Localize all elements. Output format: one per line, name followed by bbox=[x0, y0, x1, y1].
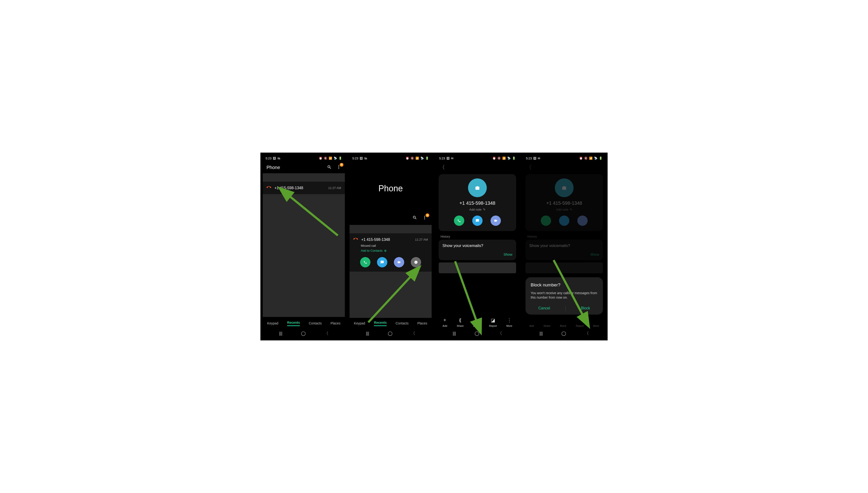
screen-4: 5:23🖼✉ ⏰🔇📶📡🔋 〈 +1 415-598-1348 Add note✎… bbox=[523, 155, 605, 338]
nav-home-icon[interactable]: ◯ bbox=[301, 331, 306, 336]
block-button[interactable]: Block bbox=[581, 306, 590, 311]
battery-icon: 🔋 bbox=[599, 156, 602, 160]
back-icon[interactable]: 〈 bbox=[440, 164, 445, 171]
voicemail-card[interactable]: Show your voicemails? Show bbox=[439, 240, 516, 260]
nav-home-icon[interactable]: ◯ bbox=[475, 331, 479, 336]
missed-call-label: Missed call bbox=[361, 244, 428, 248]
nav-back-icon[interactable]: 〈 bbox=[498, 330, 502, 336]
voicemail-show-link[interactable]: Show bbox=[442, 252, 512, 256]
pencil-icon: ✎ bbox=[483, 208, 486, 211]
nav-recents-icon[interactable]: ||| bbox=[279, 331, 282, 336]
message-button[interactable] bbox=[377, 257, 387, 267]
status-bar: 5:23🖼✉ ⏰🔇📶📡🔋 bbox=[436, 155, 519, 162]
app-title: Phone bbox=[267, 165, 280, 170]
empty-area bbox=[263, 194, 345, 317]
history-label: History bbox=[440, 235, 514, 238]
report-action: Report bbox=[576, 324, 584, 327]
nav-recents-icon[interactable]: ||| bbox=[366, 331, 369, 336]
voicemail-title: Show your voicemails? bbox=[529, 243, 599, 248]
wifi-icon: 📶 bbox=[502, 156, 506, 160]
nav-home-icon[interactable]: ◯ bbox=[562, 331, 566, 336]
call-button[interactable] bbox=[454, 215, 464, 226]
avatar-icon bbox=[555, 178, 574, 197]
search-icon[interactable] bbox=[412, 215, 417, 221]
history-item-placeholder bbox=[439, 262, 516, 273]
notif-icon: 🖼 bbox=[533, 156, 536, 160]
voicemail-show-link: Show bbox=[529, 252, 599, 256]
call-number: +1 415-598-1348 bbox=[274, 186, 325, 190]
notif-icon: ✉ bbox=[451, 156, 454, 160]
block-action[interactable]: ⊘Block bbox=[473, 317, 480, 327]
nav-home-icon[interactable]: ◯ bbox=[388, 331, 392, 336]
clock: 5:23 bbox=[266, 156, 271, 160]
more-action: More bbox=[593, 324, 599, 327]
notif-icon: 🖼 bbox=[360, 156, 363, 160]
notif-icon: 🖼 bbox=[447, 156, 450, 160]
history-label: History bbox=[527, 235, 601, 238]
svg-point-4 bbox=[424, 216, 425, 217]
tab-keypad[interactable]: Keypad bbox=[267, 321, 278, 325]
search-icon[interactable] bbox=[327, 165, 332, 170]
system-nav: ||| ◯ 〈 bbox=[523, 329, 605, 338]
voicemail-card: Show your voicemails? Show bbox=[525, 240, 603, 260]
add-note-link: Add note✎ bbox=[556, 208, 572, 211]
tab-contacts[interactable]: Contacts bbox=[395, 321, 408, 325]
app-header: Phone N bbox=[263, 162, 345, 173]
missed-call-icon bbox=[353, 237, 358, 242]
video-button[interactable] bbox=[394, 257, 404, 267]
video-button[interactable] bbox=[490, 215, 501, 226]
overflow-menu-icon[interactable]: N bbox=[336, 165, 341, 170]
share-action[interactable]: ⟪Share bbox=[457, 317, 463, 327]
cancel-button[interactable]: Cancel bbox=[539, 306, 550, 311]
bottom-tabs: Keypad Recents Contacts Places bbox=[349, 318, 432, 329]
status-bar: 5:23🖼🛍 ⏰🔇📶📡🔋 bbox=[263, 155, 345, 162]
svg-point-0 bbox=[338, 165, 339, 166]
tab-recents[interactable]: Recents bbox=[374, 321, 387, 326]
nav-recents-icon[interactable]: ||| bbox=[540, 331, 543, 336]
svg-point-2 bbox=[338, 168, 339, 169]
add-note-link[interactable]: Add note✎ bbox=[469, 208, 485, 211]
message-button[interactable] bbox=[472, 215, 483, 226]
missed-call-icon bbox=[267, 185, 271, 191]
nav-back-icon[interactable]: 〈 bbox=[585, 330, 589, 336]
system-nav: ||| ◯ 〈 bbox=[349, 329, 432, 338]
call-button[interactable] bbox=[360, 257, 370, 267]
more-action[interactable]: ⋮More bbox=[506, 317, 512, 327]
new-badge: N bbox=[426, 213, 429, 217]
tab-places[interactable]: Places bbox=[417, 321, 427, 325]
call-log-row[interactable]: +1 415-598-1348 11:27 AM bbox=[263, 182, 345, 194]
nav-back-icon[interactable]: 〈 bbox=[324, 330, 328, 336]
info-button[interactable] bbox=[411, 257, 421, 267]
report-action[interactable]: ◪Report bbox=[489, 317, 497, 327]
bottom-tabs: Keypad Recents Contacts Places bbox=[263, 318, 345, 329]
alarm-icon: ⏰ bbox=[406, 156, 409, 160]
collapsing-header: Phone N bbox=[349, 162, 432, 225]
report-label: Report bbox=[489, 324, 497, 327]
tab-places[interactable]: Places bbox=[330, 321, 340, 325]
system-nav: ||| ◯ 〈 bbox=[436, 329, 519, 338]
status-bar: 5:23🖼✉ ⏰🔇📶📡🔋 bbox=[523, 155, 605, 162]
nav-recents-icon[interactable]: ||| bbox=[453, 331, 456, 336]
contact-number: +1 415-598-1348 bbox=[546, 200, 582, 206]
call-time: 11:27 AM bbox=[328, 186, 341, 190]
tab-recents[interactable]: Recents bbox=[287, 321, 300, 326]
contact-number: +1 415-598-1348 bbox=[460, 200, 496, 206]
overflow-menu-icon[interactable]: N bbox=[422, 215, 427, 221]
call-number: +1 415-598-1348 bbox=[361, 238, 412, 242]
more-label: More bbox=[506, 324, 512, 327]
voicemail-title: Show your voicemails? bbox=[442, 243, 512, 248]
tab-contacts[interactable]: Contacts bbox=[309, 321, 322, 325]
avatar-icon[interactable] bbox=[468, 178, 487, 197]
tab-keypad[interactable]: Keypad bbox=[354, 321, 365, 325]
add-action[interactable]: ＋Add bbox=[442, 317, 447, 327]
block-action: Block bbox=[560, 324, 566, 327]
battery-icon: 🔋 bbox=[339, 156, 342, 160]
signal-icon: 📡 bbox=[594, 156, 597, 160]
wifi-icon: 📶 bbox=[329, 156, 332, 160]
call-button bbox=[541, 215, 551, 226]
add-note-text: Add note bbox=[469, 208, 481, 211]
nav-back-icon[interactable]: 〈 bbox=[411, 330, 415, 336]
call-log-row-expanded: +1 415-598-1348 11:27 AM Missed call Add… bbox=[349, 233, 432, 272]
add-to-contacts-link[interactable]: Add to Contacts ⊕ bbox=[361, 249, 428, 252]
add-to-contacts-text: Add to Contacts bbox=[361, 249, 383, 252]
